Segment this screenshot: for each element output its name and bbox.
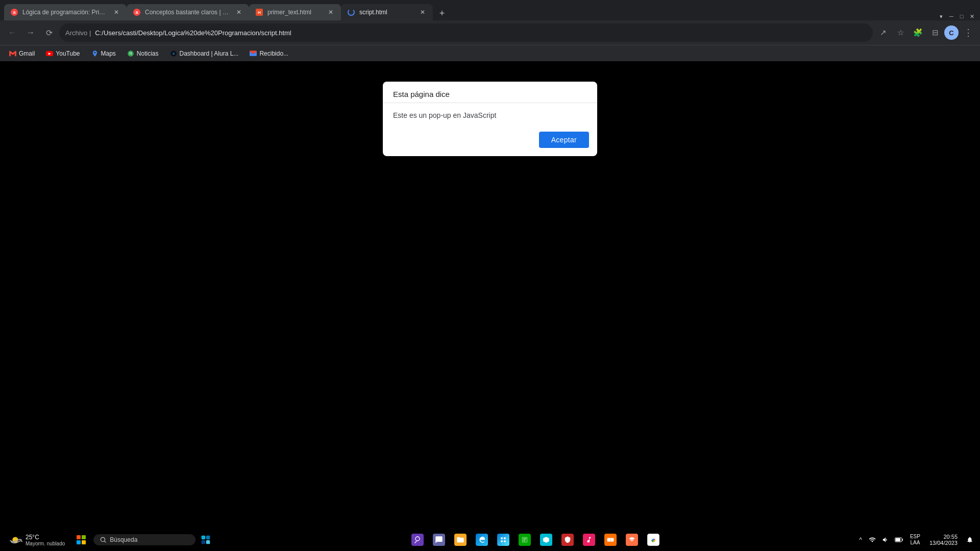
tab-logica[interactable]: a Lógica de programación: Primer... ✕ [4, 4, 127, 20]
snipping-tool-icon [411, 534, 424, 546]
bookmark-gmail[interactable]: Gmail [4, 48, 40, 59]
taskbar-app-store[interactable] [493, 530, 513, 550]
bookmark-alura-label: Dashboard | Alura L... [180, 50, 239, 57]
clock-time: 20:55 [943, 534, 958, 540]
reload-button[interactable]: ⟳ [41, 24, 57, 41]
battery-icon[interactable] [893, 534, 905, 546]
bookmark-maps[interactable]: Maps [86, 48, 121, 59]
address-bar[interactable]: Archivo | C:/Users/casti/Desktop/Logica%… [59, 23, 873, 42]
widgets-icon [201, 535, 211, 545]
dialog-title: Esta página dice [383, 82, 597, 103]
tab-close-script[interactable]: ✕ [419, 8, 427, 16]
language-indicator[interactable]: ESP LAA [907, 534, 923, 546]
svg-rect-7 [206, 536, 210, 540]
tab-favicon-alura2: a [133, 8, 141, 16]
tab-label-logica: Lógica de programación: Primer... [22, 9, 108, 16]
weather-description: Mayorm. nublado [26, 541, 65, 546]
taskbar-apps [216, 530, 855, 550]
taskbar-app-chrome[interactable] [643, 530, 664, 550]
taskbar-app-libre[interactable] [514, 530, 535, 550]
tab-label-primer-text: primer_text.html [267, 9, 323, 16]
maps-favicon-icon [91, 50, 99, 57]
taskbar-app-malware[interactable] [536, 530, 556, 550]
tab-script[interactable]: script.html ✕ [341, 4, 433, 20]
bookmark-youtube-label: YouTube [56, 50, 80, 57]
bookmark-youtube[interactable]: YouTube [41, 48, 85, 59]
bookmark-noticias-label: Noticias [137, 50, 159, 57]
dialog-accept-button[interactable]: Aceptar [539, 132, 589, 148]
weather-widget[interactable]: 25°C Mayorm. nublado [4, 533, 69, 547]
menu-button[interactable]: ⋮ [960, 24, 976, 41]
bookmark-alura[interactable]: a Dashboard | Alura L... [165, 48, 244, 59]
new-tab-button[interactable]: + [435, 6, 449, 20]
window-maximize[interactable]: □ [958, 12, 966, 20]
tab-label-script: script.html [359, 9, 414, 16]
malwarebytes-icon [540, 534, 552, 546]
system-tray-icons [866, 534, 905, 546]
noticias-favicon-icon: N [127, 50, 134, 57]
tab-close-conceptos[interactable]: ✕ [235, 8, 243, 16]
clock-date: 13/04/2023 [929, 540, 958, 546]
system-tray-expand[interactable]: ^ [857, 534, 864, 545]
svg-rect-13 [902, 539, 903, 541]
share-button[interactable]: ↗ [875, 24, 891, 41]
back-button[interactable]: ← [4, 24, 20, 41]
tab-bar: a Lógica de programación: Primer... ✕ a … [0, 0, 980, 20]
shield-app-icon [561, 534, 574, 546]
tab-close-primer-text[interactable]: ✕ [327, 8, 335, 16]
bookmark-recibido[interactable]: Recibido... [244, 48, 293, 59]
window-minimize[interactable]: ─ [947, 12, 955, 20]
browser-chrome: a Lógica de programación: Primer... ✕ a … [0, 0, 980, 61]
widgets-button[interactable] [198, 532, 214, 548]
svg-text:N: N [129, 52, 132, 55]
taskbar-search[interactable]: Búsqueda [93, 534, 195, 545]
taskbar-app-shield[interactable] [557, 530, 578, 550]
alura-favicon-icon: a [170, 50, 177, 57]
clock-widget[interactable]: 20:55 13/04/2023 [925, 534, 962, 546]
libreoffice-icon [519, 534, 531, 546]
bookmark-recibido-label: Recibido... [259, 50, 288, 57]
weather-temp: 25°C [26, 534, 65, 541]
gmail-favicon-icon [9, 50, 16, 57]
bookmark-button[interactable]: ☆ [892, 24, 909, 41]
file-explorer-icon [454, 534, 467, 546]
weather-text: 25°C Mayorm. nublado [26, 534, 65, 546]
media-player-icon [583, 534, 595, 546]
page-content: Esta página dice Este es un pop-up en Ja… [0, 61, 980, 529]
chrome-icon [647, 534, 659, 546]
tab-primer-text[interactable]: H primer_text.html ✕ [249, 4, 341, 20]
tab-favicon-alura: a [10, 8, 18, 16]
taskbar-app-snipping[interactable] [407, 530, 428, 550]
toolbar-right: ↗ ☆ 🧩 ⊟ C ⋮ [875, 24, 976, 41]
taskbar-app-teams[interactable] [429, 530, 449, 550]
svg-point-5 [101, 537, 105, 541]
bookmark-noticias[interactable]: N Noticias [122, 48, 164, 59]
volume-icon[interactable] [879, 534, 892, 546]
svg-text:a: a [173, 52, 175, 55]
profile-button[interactable]: C [944, 26, 959, 40]
lang-line2: LAA [910, 540, 920, 546]
tab-favicon-html1: H [255, 8, 263, 16]
extensions-button[interactable]: 🧩 [910, 24, 926, 41]
tab-close-logica[interactable]: ✕ [112, 8, 120, 16]
taskbar-app-media[interactable] [579, 530, 599, 550]
tab-chevron-down[interactable]: ▾ [937, 12, 945, 20]
network-icon[interactable] [866, 534, 878, 546]
forward-button[interactable]: → [22, 24, 39, 41]
taskbar-app-game[interactable] [600, 530, 621, 550]
window-close[interactable]: ✕ [968, 12, 976, 20]
alert-dialog: Esta página dice Este es un pop-up en Ja… [383, 82, 597, 156]
bookmarks-bar: Gmail YouTube Maps N Noticias [0, 45, 980, 61]
tab-conceptos[interactable]: a Conceptos bastante claros | Lóg... ✕ [127, 4, 249, 20]
taskbar-right: ^ ESP LAA [857, 534, 976, 546]
notification-icon[interactable] [964, 534, 976, 546]
taskbar-app-sublime[interactable] [622, 530, 642, 550]
taskbar-app-edge[interactable] [472, 530, 492, 550]
sidebar-button[interactable]: ⊟ [927, 24, 943, 41]
sublime-icon [626, 534, 638, 546]
lang-line1: ESP [910, 534, 920, 540]
start-button[interactable] [73, 532, 89, 548]
address-scheme: Archivo | [65, 29, 91, 37]
menu-dots-icon: ⋮ [964, 27, 972, 38]
taskbar-app-explorer[interactable] [450, 530, 471, 550]
